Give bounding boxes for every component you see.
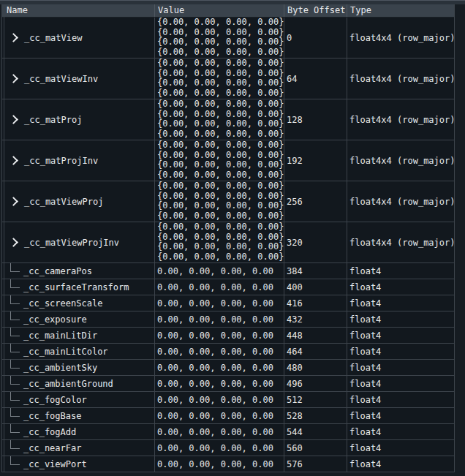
matrix-row-value: {0.00, 0.00, 0.00, 0.00} [157, 192, 284, 202]
matrix-row-value: {0.00, 0.00, 0.00, 0.00} [157, 69, 284, 79]
expand-chevron-icon[interactable] [9, 115, 18, 124]
column-header-name[interactable]: Name [2, 4, 155, 17]
name-cell: _cc_exposure [2, 311, 155, 327]
table-row[interactable]: _cc_ambientGround0.00, 0.00, 0.00, 0.004… [2, 376, 454, 392]
byte-offset-cell: 400 [284, 279, 347, 295]
table-row[interactable]: _cc_ambientSky0.00, 0.00, 0.00, 0.00480f… [2, 360, 454, 376]
value-cell: 0.00, 0.00, 0.00, 0.00 [155, 328, 284, 343]
table-row[interactable]: _cc_fogBase0.00, 0.00, 0.00, 0.00528floa… [2, 408, 454, 424]
byte-offset-cell: 560 [284, 440, 347, 456]
column-header-type[interactable]: Type [347, 4, 454, 17]
vector-value: 0.00, 0.00, 0.00, 0.00 [157, 363, 273, 373]
tree-branch-icon [2, 360, 23, 375]
value-cell: {0.00, 0.00, 0.00, 0.00}{0.00, 0.00, 0.0… [155, 18, 284, 58]
variable-name: _cc_fogBase [23, 411, 81, 421]
matrix-row-value: {0.00, 0.00, 0.00, 0.00} [157, 48, 284, 58]
byte-offset-cell: 544 [284, 424, 347, 439]
variable-name: _cc_cameraPos [23, 266, 92, 276]
byte-offset-cell: 576 [284, 456, 347, 472]
table-row[interactable]: _cc_screenScale0.00, 0.00, 0.00, 0.00416… [2, 295, 454, 311]
value-cell: 0.00, 0.00, 0.00, 0.00 [155, 376, 284, 391]
type-cell: float4 [347, 424, 454, 439]
table-row[interactable]: _cc_matProj{0.00, 0.00, 0.00, 0.00}{0.00… [2, 99, 454, 140]
tree-branch-icon [2, 311, 23, 327]
table-body: _cc_matView{0.00, 0.00, 0.00, 0.00}{0.00… [2, 18, 454, 472]
tree-left-gridline [4, 4, 4, 472]
byte-offset-cell: 0 [284, 18, 347, 58]
value-cell: 0.00, 0.00, 0.00, 0.00 [155, 408, 284, 423]
value-cell: 0.00, 0.00, 0.00, 0.00 [155, 440, 284, 456]
matrix-row-value: {0.00, 0.00, 0.00, 0.00} [157, 129, 284, 140]
expand-chevron-icon[interactable] [9, 238, 18, 247]
vector-value: 0.00, 0.00, 0.00, 0.00 [157, 427, 273, 437]
name-cell: _cc_nearFar [2, 440, 155, 456]
table-row[interactable]: _cc_viewPort0.00, 0.00, 0.00, 0.00576flo… [2, 456, 454, 472]
table-row[interactable]: _cc_matViewProj{0.00, 0.00, 0.00, 0.00}{… [2, 181, 454, 222]
constant-buffer-table: Name Value Byte Offset Type _cc_matView{… [1, 4, 455, 472]
byte-offset-cell: 384 [284, 263, 347, 279]
table-row[interactable]: _cc_matView{0.00, 0.00, 0.00, 0.00}{0.00… [2, 18, 454, 58]
expand-chevron-icon[interactable] [9, 33, 18, 42]
value-cell: 0.00, 0.00, 0.00, 0.00 [155, 360, 284, 375]
byte-offset-cell: 496 [284, 376, 347, 391]
vector-value: 0.00, 0.00, 0.00, 0.00 [157, 347, 273, 357]
name-cell: _cc_fogAdd [2, 424, 155, 439]
table-row[interactable]: _cc_cameraPos0.00, 0.00, 0.00, 0.00384fl… [2, 263, 454, 279]
name-cell: _cc_fogColor [2, 392, 155, 407]
value-cell: {0.00, 0.00, 0.00, 0.00}{0.00, 0.00, 0.0… [155, 140, 284, 181]
byte-offset-cell: 528 [284, 408, 347, 423]
type-cell: float4 [347, 263, 454, 279]
value-cell: 0.00, 0.00, 0.00, 0.00 [155, 344, 284, 359]
tree-branch-icon [2, 440, 23, 456]
table-row[interactable]: _cc_mainLitDir0.00, 0.00, 0.00, 0.00448f… [2, 328, 454, 344]
name-cell: _cc_fogBase [2, 408, 155, 423]
value-cell: {0.00, 0.00, 0.00, 0.00}{0.00, 0.00, 0.0… [155, 181, 284, 222]
vector-value: 0.00, 0.00, 0.00, 0.00 [157, 411, 273, 421]
value-cell: 0.00, 0.00, 0.00, 0.00 [155, 263, 284, 279]
variable-name: _cc_mainLitColor [23, 347, 108, 357]
tree-branch-icon [2, 424, 23, 439]
matrix-row-value: {0.00, 0.00, 0.00, 0.00} [157, 28, 284, 38]
table-row[interactable]: _cc_surfaceTransform0.00, 0.00, 0.00, 0.… [2, 279, 454, 295]
type-cell: float4 [347, 311, 454, 327]
type-cell: float4 [347, 279, 454, 295]
byte-offset-cell: 64 [284, 58, 347, 99]
table-row[interactable]: _cc_matProjInv{0.00, 0.00, 0.00, 0.00}{0… [2, 140, 454, 181]
vector-value: 0.00, 0.00, 0.00, 0.00 [157, 298, 273, 309]
matrix-row-value: {0.00, 0.00, 0.00, 0.00} [157, 37, 284, 48]
matrix-row-value: {0.00, 0.00, 0.00, 0.00} [157, 211, 284, 222]
name-cell: _cc_mainLitDir [2, 328, 155, 343]
name-cell: _cc_ambientSky [2, 360, 155, 375]
table-row[interactable]: _cc_exposure0.00, 0.00, 0.00, 0.00432flo… [2, 311, 454, 328]
column-header-byte-offset[interactable]: Byte Offset [284, 4, 347, 17]
variable-name: _cc_exposure [23, 314, 87, 325]
variable-name: _cc_matView [24, 33, 82, 43]
matrix-row-value: {0.00, 0.00, 0.00, 0.00} [157, 140, 284, 151]
expand-chevron-icon[interactable] [9, 156, 18, 165]
column-header-value[interactable]: Value [155, 4, 284, 17]
table-row[interactable]: _cc_fogAdd0.00, 0.00, 0.00, 0.00544float… [2, 424, 454, 440]
vector-value: 0.00, 0.00, 0.00, 0.00 [157, 459, 273, 469]
matrix-row-value: {0.00, 0.00, 0.00, 0.00} [157, 110, 284, 120]
type-cell: float4 [347, 376, 454, 391]
name-cell: _cc_screenScale [2, 295, 155, 311]
table-row[interactable]: _cc_mainLitColor0.00, 0.00, 0.00, 0.0046… [2, 344, 454, 360]
table-row[interactable]: _cc_nearFar0.00, 0.00, 0.00, 0.00560floa… [2, 440, 454, 456]
name-cell: _cc_surfaceTransform [2, 279, 155, 295]
value-cell: {0.00, 0.00, 0.00, 0.00}{0.00, 0.00, 0.0… [155, 99, 284, 140]
variable-name: _cc_matViewInv [24, 74, 98, 84]
table-row[interactable]: _cc_fogColor0.00, 0.00, 0.00, 0.00512flo… [2, 392, 454, 408]
expand-chevron-icon[interactable] [9, 197, 18, 206]
variable-name: _cc_matViewProj [24, 197, 103, 207]
matrix-row-value: {0.00, 0.00, 0.00, 0.00} [157, 233, 284, 243]
expand-chevron-icon[interactable] [9, 74, 18, 83]
byte-offset-cell: 448 [284, 328, 347, 343]
table-row[interactable]: _cc_matViewInv{0.00, 0.00, 0.00, 0.00}{0… [2, 58, 454, 99]
vector-value: 0.00, 0.00, 0.00, 0.00 [157, 379, 273, 389]
matrix-row-value: {0.00, 0.00, 0.00, 0.00} [157, 58, 284, 69]
type-cell: float4 [347, 328, 454, 343]
value-cell: 0.00, 0.00, 0.00, 0.00 [155, 456, 284, 472]
variable-name: _cc_nearFar [23, 443, 81, 453]
type-cell: float4x4 (row_major) [347, 99, 454, 140]
table-row[interactable]: _cc_matViewProjInv{0.00, 0.00, 0.00, 0.0… [2, 222, 454, 263]
